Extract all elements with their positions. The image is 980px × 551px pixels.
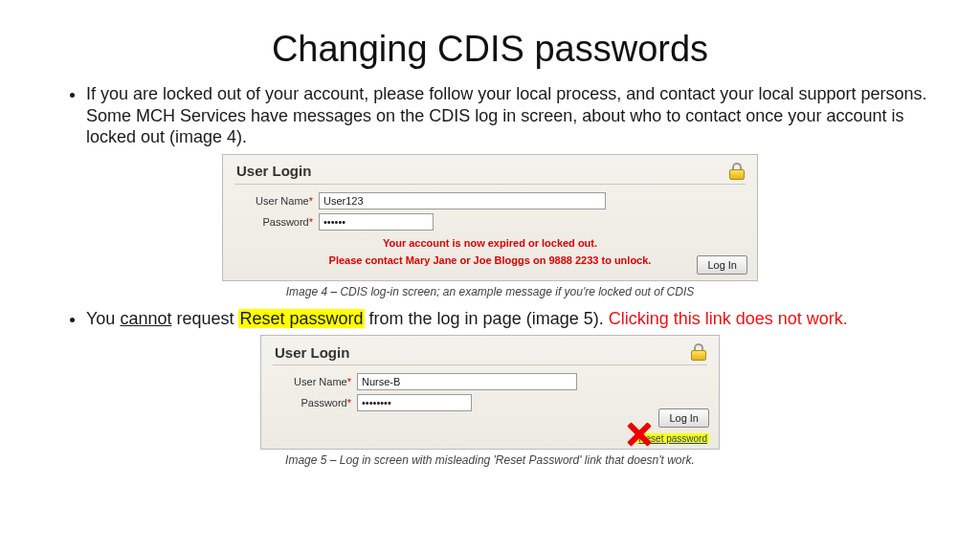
bullet-lockout-info: If you are locked out of your account, p… bbox=[86, 83, 942, 148]
padlock-icon bbox=[688, 342, 709, 363]
bullet-reset-warning: You cannot request Reset password from t… bbox=[86, 308, 942, 330]
page-title: Changing CDIS passwords bbox=[38, 29, 942, 70]
padlock-icon bbox=[726, 161, 747, 182]
login-panel-reset: User Login User Name* Nurse-B Password* … bbox=[260, 335, 720, 450]
password-input[interactable]: •••••• bbox=[319, 213, 434, 231]
divider bbox=[234, 184, 746, 185]
username-label: User Name* bbox=[275, 376, 351, 387]
username-input[interactable]: Nurse-B bbox=[357, 373, 577, 390]
error-contact: Please contact Mary Jane or Joe Bloggs o… bbox=[223, 253, 757, 268]
login-button[interactable]: Log In bbox=[697, 255, 747, 275]
username-label: User Name* bbox=[236, 195, 313, 207]
panel-heading: User Login bbox=[236, 163, 311, 179]
cross-icon bbox=[625, 422, 652, 449]
password-label: Password* bbox=[275, 397, 351, 408]
login-button[interactable]: Log In bbox=[658, 408, 709, 428]
caption-image4: Image 4 – CDIS log-in screen; an example… bbox=[38, 285, 942, 298]
password-input[interactable]: •••••••• bbox=[357, 394, 472, 411]
panel-heading: User Login bbox=[275, 344, 349, 361]
password-label: Password* bbox=[236, 216, 313, 228]
caption-image5: Image 5 – Log in screen with misleading … bbox=[38, 453, 942, 467]
login-panel-locked: User Login User Name* User123 Password* … bbox=[222, 154, 758, 281]
divider bbox=[273, 364, 707, 365]
error-expired: Your account is now expired or locked ou… bbox=[223, 236, 757, 251]
username-input[interactable]: User123 bbox=[319, 192, 606, 209]
